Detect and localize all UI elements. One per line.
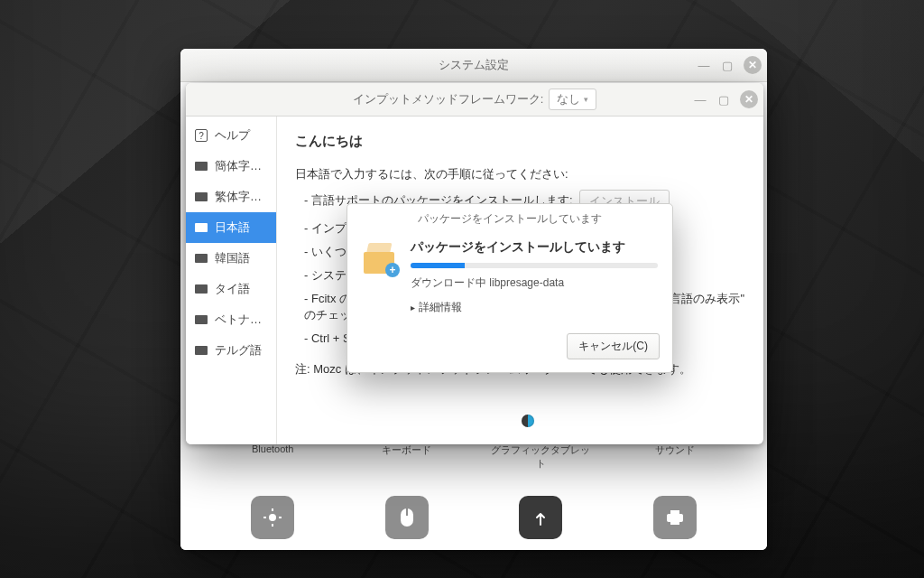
cancel-button[interactable]: キャンセル(C)	[567, 333, 660, 359]
minimize-icon[interactable]: —	[697, 58, 711, 72]
content-intro: 日本語で入力するには、次の手順に従ってください:	[295, 166, 745, 182]
close-icon[interactable]: ✕	[744, 56, 762, 74]
sidebar-item-vi[interactable]: ベトナム語	[186, 304, 276, 335]
install-progress-dialog: パッケージをインストールしています + パッケージをインストールしています ダウ…	[346, 203, 673, 373]
disclosure-triangle-icon: ▸	[411, 303, 415, 312]
language-sidebar: ? ヘルプ 簡体字中国語 繁体字中国語 日本語 韓国語 タイ語 ベトナム語 テル…	[186, 117, 277, 444]
framework-value: なし	[557, 91, 580, 107]
flag-icon	[195, 284, 208, 294]
settings-item-generic[interactable]	[621, 496, 729, 539]
flag-icon	[195, 192, 208, 201]
close-icon[interactable]: ✕	[740, 90, 758, 108]
status-dot-icon	[522, 415, 534, 427]
sidebar-item-label: 簡体字中国語	[215, 158, 267, 174]
maximize-icon[interactable]: ▢	[716, 92, 731, 107]
details-toggle[interactable]: ▸ 詳細情報	[411, 300, 658, 315]
framework-label: インプットメソッドフレームワーク:	[353, 91, 544, 107]
flag-icon	[195, 162, 208, 171]
download-status: ダウンロード中 libpresage-data	[411, 275, 658, 291]
package-icon: +	[362, 239, 398, 275]
dialog-heading: パッケージをインストールしています	[411, 239, 658, 256]
mouse-icon	[385, 496, 429, 539]
network-icon	[519, 496, 562, 539]
svg-rect-18	[670, 519, 679, 525]
content-heading: こんにちは	[295, 133, 745, 150]
sidebar-item-zh-cn[interactable]: 簡体字中国語	[186, 151, 276, 182]
progress-fill	[411, 263, 465, 268]
sidebar-item-ja[interactable]: 日本語	[186, 212, 276, 243]
details-label: 詳細情報	[419, 300, 462, 315]
flag-icon	[195, 254, 208, 263]
settings-item-label: Bluetooth	[252, 443, 293, 454]
settings-item-label: キーボード	[382, 443, 431, 457]
svg-rect-17	[670, 510, 679, 515]
flag-icon	[195, 315, 208, 324]
maximize-icon[interactable]: ▢	[720, 58, 735, 72]
system-settings-titlebar[interactable]: システム設定 — ▢ ✕	[180, 49, 767, 82]
settings-item-generic[interactable]	[218, 496, 327, 539]
settings-item-generic[interactable]	[486, 496, 595, 539]
system-settings-title: システム設定	[439, 57, 509, 73]
settings-item-label: サウンド	[655, 443, 695, 457]
sidebar-item-label: 韓国語	[215, 250, 250, 266]
settings-item-generic[interactable]	[353, 496, 461, 539]
sidebar-item-label: 日本語	[215, 219, 250, 236]
help-icon: ?	[195, 129, 208, 142]
printer-icon	[653, 496, 697, 539]
sidebar-item-help[interactable]: ? ヘルプ	[186, 120, 276, 151]
svg-point-9	[269, 514, 276, 521]
dialog-title: パッケージをインストールしています	[347, 204, 672, 234]
sidebar-item-label: タイ語	[215, 281, 250, 297]
chevron-down-icon: ▾	[584, 95, 588, 104]
settings-item-label: グラフィックタブレット	[486, 443, 595, 471]
sidebar-item-label: テルグ語	[215, 342, 262, 359]
input-method-titlebar[interactable]: インプットメソッドフレームワーク: なし ▾ — ▢ ✕	[186, 83, 763, 117]
plus-icon: +	[385, 263, 400, 277]
sidebar-item-th[interactable]: タイ語	[186, 274, 276, 304]
framework-dropdown[interactable]: なし ▾	[549, 89, 596, 110]
flag-icon	[195, 346, 208, 355]
flag-icon	[195, 223, 208, 232]
sidebar-item-label: ベトナム語	[215, 312, 267, 328]
progress-bar	[411, 263, 658, 268]
sidebar-item-zh-tw[interactable]: 繁体字中国語	[186, 182, 276, 212]
sidebar-item-label: ヘルプ	[215, 127, 250, 144]
sidebar-item-te[interactable]: テルグ語	[186, 335, 276, 366]
sidebar-item-label: 繁体字中国語	[215, 189, 267, 205]
gear-icon	[251, 496, 294, 539]
sidebar-item-ko[interactable]: 韓国語	[186, 243, 276, 274]
minimize-icon[interactable]: —	[693, 92, 707, 107]
settings-icon-row-lower	[180, 496, 767, 539]
